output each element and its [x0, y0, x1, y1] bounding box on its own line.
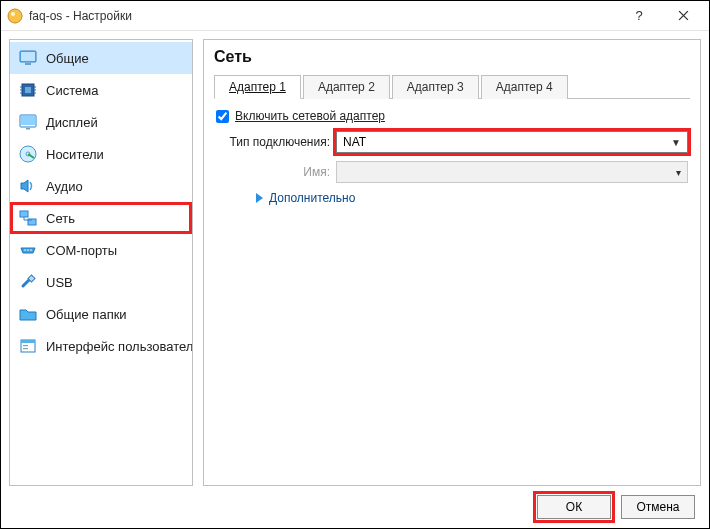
- sidebar-item-label: Общие папки: [46, 307, 127, 322]
- svg-point-22: [30, 249, 32, 251]
- svg-rect-14: [21, 116, 35, 125]
- svg-rect-15: [26, 128, 30, 130]
- sidebar-item-label: Система: [46, 83, 98, 98]
- svg-rect-4: [25, 63, 31, 65]
- sidebar-item-network[interactable]: Сеть: [10, 202, 192, 234]
- sidebar-item-display[interactable]: Дисплей: [10, 106, 192, 138]
- svg-point-0: [8, 9, 22, 23]
- app-icon: [7, 8, 23, 24]
- sidebar-item-label: Дисплей: [46, 115, 98, 130]
- name-select: ▾: [336, 161, 688, 183]
- main-panel: Сеть Адаптер 1 Адаптер 2 Адаптер 3 Адапт…: [203, 39, 701, 486]
- serial-icon: [18, 240, 38, 260]
- window-icon: [18, 336, 38, 356]
- page-title: Сеть: [214, 48, 690, 66]
- tab-adapter-2[interactable]: Адаптер 2: [303, 75, 390, 99]
- sidebar-item-label: Общие: [46, 51, 89, 66]
- disk-icon: [18, 144, 38, 164]
- network-icon: [18, 208, 38, 228]
- name-label: Имя:: [216, 165, 336, 179]
- sidebar-item-general[interactable]: Общие: [10, 42, 192, 74]
- tab-adapter-4[interactable]: Адаптер 4: [481, 75, 568, 99]
- advanced-label: Дополнительно: [269, 191, 355, 205]
- screen-icon: [18, 112, 38, 132]
- svg-point-20: [24, 249, 26, 251]
- svg-rect-26: [23, 345, 28, 346]
- sidebar-item-label: Аудио: [46, 179, 83, 194]
- tab-adapter-1[interactable]: Адаптер 1: [214, 75, 301, 99]
- close-button[interactable]: [661, 2, 705, 30]
- sidebar-item-system[interactable]: Система: [10, 74, 192, 106]
- sidebar-item-label: USB: [46, 275, 73, 290]
- triangle-right-icon: [256, 193, 263, 203]
- svg-rect-25: [21, 340, 35, 343]
- dialog-footer: ОК Отмена: [1, 486, 709, 528]
- attached-to-value: NAT: [343, 135, 366, 149]
- sidebar-item-label: Носители: [46, 147, 104, 162]
- svg-point-21: [27, 249, 29, 251]
- title-bar: faq-os - Настройки ?: [1, 1, 709, 31]
- ok-button[interactable]: ОК: [537, 495, 611, 519]
- sidebar-item-usb[interactable]: USB: [10, 266, 192, 298]
- usb-icon: [18, 272, 38, 292]
- sidebar-item-label: Интерфейс пользователя: [46, 339, 193, 354]
- sidebar-item-serial[interactable]: COM-порты: [10, 234, 192, 266]
- monitor-icon: [18, 48, 38, 68]
- help-button[interactable]: ?: [617, 2, 661, 30]
- speaker-icon: [18, 176, 38, 196]
- window-title: faq-os - Настройки: [29, 9, 617, 23]
- sidebar-item-shared[interactable]: Общие папки: [10, 298, 192, 330]
- folder-icon: [18, 304, 38, 324]
- attached-to-label: Тип подключения:: [216, 135, 336, 149]
- chevron-down-icon: ▾: [676, 167, 681, 178]
- sidebar-item-storage[interactable]: Носители: [10, 138, 192, 170]
- sidebar-item-audio[interactable]: Аудио: [10, 170, 192, 202]
- settings-sidebar: Общие Система Дисплей Носители Аудио: [9, 39, 193, 486]
- sidebar-item-ui[interactable]: Интерфейс пользователя: [10, 330, 192, 362]
- svg-point-1: [11, 12, 15, 16]
- adapter-tabs: Адаптер 1 Адаптер 2 Адаптер 3 Адаптер 4: [214, 74, 690, 99]
- chip-icon: [18, 80, 38, 100]
- cancel-button[interactable]: Отмена: [621, 495, 695, 519]
- sidebar-item-label: COM-порты: [46, 243, 117, 258]
- advanced-toggle[interactable]: Дополнительно: [256, 191, 688, 205]
- chevron-down-icon: ▼: [671, 137, 681, 148]
- sidebar-item-label: Сеть: [46, 211, 75, 226]
- svg-rect-18: [20, 211, 28, 217]
- svg-rect-6: [25, 87, 31, 93]
- enable-adapter-checkbox[interactable]: [216, 110, 229, 123]
- enable-adapter-label[interactable]: Включить сетевой адаптер: [235, 109, 385, 123]
- svg-rect-27: [23, 348, 28, 349]
- svg-rect-3: [21, 52, 35, 61]
- attached-to-select[interactable]: NAT ▼: [336, 131, 688, 153]
- tab-adapter-3[interactable]: Адаптер 3: [392, 75, 479, 99]
